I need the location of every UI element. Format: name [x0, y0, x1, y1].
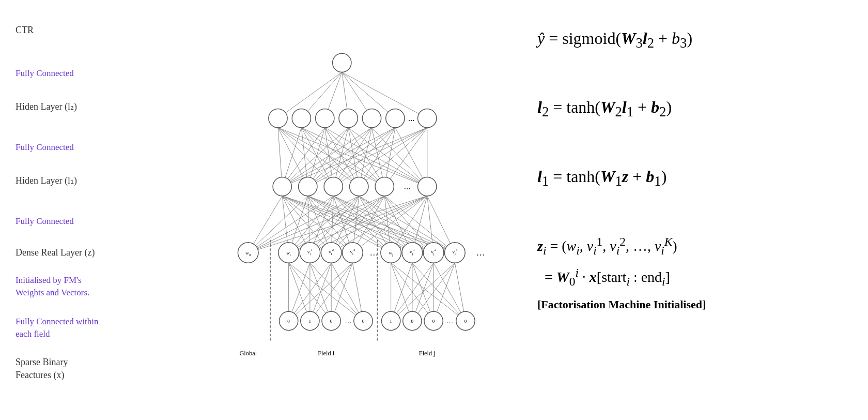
formula-3: l1 = tanh(W1z + b1): [537, 164, 853, 191]
svg-point-8: [292, 109, 311, 127]
fc-l1-l2-lines: [278, 128, 427, 187]
svg-text:0: 0: [411, 319, 414, 324]
formula-4-container: zi = (wi, vi1, vi2, …, viK) = W0i · x[st…: [537, 233, 853, 311]
svg-point-58: [299, 177, 317, 196]
svg-line-55: [395, 128, 427, 187]
svg-text:0: 0: [330, 319, 333, 324]
svg-line-52: [325, 128, 427, 187]
formulas-area: ŷ = sigmoid(W3l2 + b3) l2 = tanh(W2l1 + …: [517, 10, 853, 410]
svg-line-168: [433, 263, 466, 321]
formula-4b: = W0i · x[starti : endi]: [537, 264, 853, 291]
initialised-by-label: Initialised by FM'sWeights and Vectors.: [16, 274, 165, 299]
fully-connected-within-label: Fully Connected withineach field: [16, 316, 165, 340]
svg-text:0: 0: [464, 319, 467, 324]
formula-2: l2 = tanh(W2l1 + b2): [537, 95, 853, 122]
svg-point-59: [324, 177, 343, 196]
svg-text:…: …: [446, 317, 453, 325]
diagram-area: .node-circle { fill: white; stroke: #555…: [176, 10, 517, 410]
svg-text:0: 0: [362, 319, 365, 324]
svg-point-63: [418, 177, 437, 196]
fully-connected-3-label: Fully Connected: [16, 216, 74, 227]
svg-point-61: [375, 177, 394, 196]
fm-label: [Factorisation Machine Initialised]: [537, 298, 853, 311]
left-labels: CTR Fully Connected Hiden Layer (l₂) Ful…: [16, 10, 176, 410]
svg-point-60: [350, 177, 368, 196]
formula-4a: zi = (wi, vi1, vi2, …, viK): [537, 233, 853, 260]
fully-connected-1-label: Fully Connected: [16, 68, 74, 79]
main-container: CTR Fully Connected Hiden Layer (l₂) Ful…: [0, 0, 868, 420]
dense-real-layer-label: Dense Real Layer (z): [16, 247, 95, 258]
hidden-layer-2-label: Hiden Layer (l₂): [16, 101, 77, 112]
svg-text:…: …: [476, 248, 485, 258]
svg-line-28: [308, 128, 427, 187]
svg-line-150: [289, 263, 363, 321]
svg-text:...: ...: [408, 113, 414, 123]
svg-line-50: [278, 128, 427, 187]
svg-point-11: [362, 109, 381, 127]
svg-line-166: [391, 263, 466, 321]
svg-line-42: [359, 128, 427, 187]
sparse-binary-label: Sparse BinaryFeactures (x): [16, 356, 165, 382]
svg-point-12: [386, 109, 405, 127]
formula-1: ŷ = sigmoid(W3l2 + b3): [537, 26, 853, 53]
field-j-label: Field j: [419, 350, 436, 357]
svg-point-10: [339, 109, 358, 127]
svg-line-167: [412, 263, 466, 321]
svg-text:1: 1: [309, 319, 312, 324]
svg-line-151: [310, 263, 363, 321]
svg-text:…: …: [369, 248, 378, 258]
field-i-label: Field i: [318, 350, 334, 357]
ctr-label: CTR: [16, 25, 34, 36]
ctr-node: [333, 53, 351, 72]
svg-point-57: [273, 177, 291, 196]
svg-line-0: [278, 72, 342, 118]
svg-line-152: [331, 263, 363, 321]
svg-point-9: [316, 109, 334, 127]
network-diagram: .node-circle { fill: white; stroke: #555…: [176, 10, 517, 410]
svg-text:1: 1: [390, 319, 392, 324]
svg-text:…: …: [345, 317, 352, 325]
fully-connected-2-label: Fully Connected: [16, 142, 74, 153]
global-label: Global: [239, 350, 257, 357]
hidden-layer-1-label: Hiden Layer (l₁): [16, 175, 77, 186]
svg-text:0: 0: [432, 319, 435, 324]
svg-text:0: 0: [287, 319, 290, 324]
svg-point-7: [269, 109, 287, 127]
svg-point-14: [418, 109, 437, 127]
svg-text:...: ...: [404, 182, 410, 191]
